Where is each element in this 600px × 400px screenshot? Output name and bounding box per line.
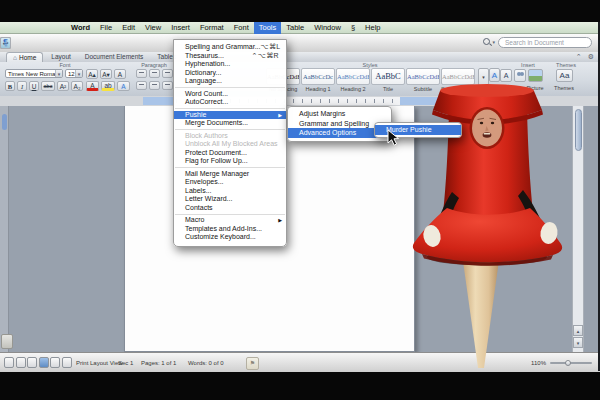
grow-font-button[interactable]: A▴ bbox=[86, 69, 98, 79]
scrollbar-thumb[interactable] bbox=[575, 109, 582, 151]
menu-item[interactable]: Letter Wizard... bbox=[174, 195, 286, 204]
style-chip[interactable]: AaBbC Title bbox=[371, 68, 405, 94]
print-layout-view-button[interactable] bbox=[39, 357, 49, 368]
menu-item[interactable]: Customize Keyboard... bbox=[174, 233, 286, 242]
menubar-item[interactable]: Insert bbox=[166, 22, 195, 34]
align-left-icon[interactable] bbox=[136, 81, 147, 90]
style-gallery-expand-button[interactable]: ▾ bbox=[478, 68, 489, 86]
font-color-button[interactable]: A bbox=[86, 81, 99, 91]
search-icon[interactable]: ▾ bbox=[482, 37, 495, 48]
underline-button[interactable]: U bbox=[29, 81, 39, 91]
menu-item: Block Authors bbox=[174, 132, 286, 141]
multilevel-list-icon[interactable] bbox=[162, 69, 173, 78]
menu-item[interactable]: Language... bbox=[174, 77, 286, 86]
subscript-button[interactable]: A₂ bbox=[71, 81, 83, 91]
align-center-icon[interactable] bbox=[149, 81, 160, 90]
menu-item[interactable]: Mail Merge Manager bbox=[174, 170, 286, 179]
menu-item[interactable]: Labels... bbox=[174, 187, 286, 196]
menubar-item[interactable]: Edit bbox=[117, 22, 140, 34]
superscript-button[interactable]: A² bbox=[57, 81, 69, 91]
notebook-layout-view-button[interactable] bbox=[50, 357, 60, 368]
outline-view-button[interactable] bbox=[16, 357, 26, 368]
paragraph-group-label: Paragraph bbox=[130, 62, 178, 68]
browse-object-icon[interactable] bbox=[1, 334, 13, 349]
change-case-button[interactable]: A bbox=[114, 69, 126, 79]
text-effects-gallery-button[interactable]: A bbox=[489, 68, 500, 84]
text-box-icon[interactable]: A bbox=[500, 69, 512, 82]
collapse-ribbon-icon[interactable]: ⌃ bbox=[576, 53, 582, 61]
picture-icon[interactable] bbox=[528, 69, 543, 82]
menubar-item[interactable]: Table bbox=[281, 22, 309, 34]
ribbon-tab[interactable]: Layout bbox=[43, 52, 77, 62]
zoom-slider-knob[interactable] bbox=[565, 360, 571, 366]
script-menu-icon[interactable]: § bbox=[346, 22, 360, 34]
themes-icon[interactable]: Aa bbox=[556, 69, 573, 82]
menubar-item[interactable]: Tools bbox=[254, 22, 282, 34]
menu-item[interactable]: Protect Document... bbox=[174, 149, 286, 158]
search-input[interactable] bbox=[498, 37, 592, 48]
scroll-down-icon[interactable]: ▾ bbox=[573, 337, 583, 348]
menubar-item[interactable]: Format bbox=[195, 22, 229, 34]
style-chip[interactable]: AaBbCcDc Heading 1 bbox=[301, 68, 335, 94]
zoom-slider[interactable] bbox=[550, 362, 592, 364]
status-bar: Print Layout View Sec 1 Pages: 1 of 1 Wo… bbox=[0, 352, 600, 372]
menu-item[interactable]: AutoCorrect... bbox=[174, 98, 286, 107]
menubar-item[interactable]: Window bbox=[309, 22, 346, 34]
home-icon: ⌂ bbox=[13, 54, 17, 61]
themes-label: Themes bbox=[550, 85, 578, 91]
menu-item[interactable]: Spelling and Grammar... ⌥⌘L bbox=[174, 43, 286, 52]
menu-item[interactable]: Flag for Follow Up... bbox=[174, 157, 286, 166]
word-window: WordFileEditViewInsertFormatFontToolsTab… bbox=[0, 22, 600, 371]
highlight-color-button[interactable]: ab bbox=[101, 81, 115, 91]
pages-indicator[interactable]: Pages: 1 of 1 bbox=[141, 359, 176, 367]
word-count-indicator[interactable]: Words: 0 of 0 bbox=[188, 359, 224, 367]
strikethrough-button[interactable]: abc bbox=[41, 81, 55, 91]
ribbon-tab[interactable]: ⌂Home bbox=[6, 52, 43, 62]
font-size-select[interactable]: 12▾ bbox=[65, 69, 83, 78]
menubar-item[interactable]: File bbox=[95, 22, 117, 34]
ribbon-controls: ⌃ ⚙ bbox=[576, 53, 594, 61]
style-chip[interactable]: AaBbCcDdE Subtitle bbox=[406, 68, 440, 94]
gear-icon[interactable]: ⚙ bbox=[588, 53, 594, 61]
bullets-icon[interactable] bbox=[136, 69, 147, 78]
follow-up-flag-icon[interactable]: ⚑ bbox=[246, 357, 259, 370]
numbering-icon[interactable] bbox=[149, 69, 160, 78]
menu-item[interactable]: Envelopes... bbox=[174, 178, 286, 187]
menu-item[interactable]: Dictionary... bbox=[174, 69, 286, 78]
shape-icon[interactable] bbox=[514, 69, 526, 82]
picture-label: Picture bbox=[520, 85, 550, 91]
font-family-select[interactable]: Times New Roman▾ bbox=[5, 69, 63, 78]
menubar-item[interactable]: Word bbox=[66, 22, 95, 34]
gutter-thumb[interactable] bbox=[2, 114, 7, 130]
shrink-font-button[interactable]: A▾ bbox=[100, 69, 112, 79]
menu-item[interactable]: Contacts bbox=[174, 204, 286, 213]
paragraph-mark-icon[interactable]: ¶ bbox=[0, 37, 11, 49]
menubar-item[interactable]: View bbox=[140, 22, 166, 34]
menu-item[interactable]: Word Count... bbox=[174, 90, 286, 99]
menu-item[interactable]: Merge Documents... bbox=[174, 119, 286, 128]
ribbon-tab[interactable]: Document Elements bbox=[77, 52, 150, 62]
style-chip[interactable]: AaBbCcDdEe Subtle Empha... bbox=[441, 68, 475, 94]
bold-button[interactable]: B bbox=[5, 81, 15, 91]
menu-bar: WordFileEditViewInsertFormatFontToolsTab… bbox=[0, 22, 600, 34]
menu-item[interactable]: Murder Pushie bbox=[375, 125, 461, 135]
scroll-up-icon[interactable]: ▴ bbox=[573, 325, 583, 336]
draft-view-button[interactable] bbox=[4, 357, 14, 368]
align-right-icon[interactable] bbox=[162, 81, 173, 90]
menubar-item[interactable]: Help bbox=[360, 22, 385, 34]
menubar-item[interactable]: Font bbox=[229, 22, 254, 34]
menu-item[interactable]: Templates and Add-Ins... bbox=[174, 225, 286, 234]
italic-button[interactable]: I bbox=[17, 81, 27, 91]
section-indicator: Sec 1 bbox=[118, 359, 133, 367]
publishing-layout-view-button[interactable] bbox=[27, 357, 37, 368]
vertical-scrollbar[interactable]: ▴ ▾ bbox=[572, 106, 584, 352]
menu-item[interactable]: Macro ▶ bbox=[174, 216, 286, 225]
full-screen-view-button[interactable] bbox=[62, 357, 72, 368]
menu-item[interactable]: Pushie ▶ bbox=[174, 111, 286, 120]
dropdown-arrow-icon: ▾ bbox=[75, 70, 82, 77]
menu-item[interactable]: Adjust Margins bbox=[288, 109, 391, 119]
text-effects-button[interactable]: A bbox=[117, 81, 130, 91]
menu-item[interactable]: Hyphenation... bbox=[174, 60, 286, 69]
style-chip[interactable]: AaBbCcDdEe Heading 2 bbox=[336, 68, 370, 94]
menu-item[interactable]: Thesaurus... ⌃⌥⌘R bbox=[174, 52, 286, 61]
